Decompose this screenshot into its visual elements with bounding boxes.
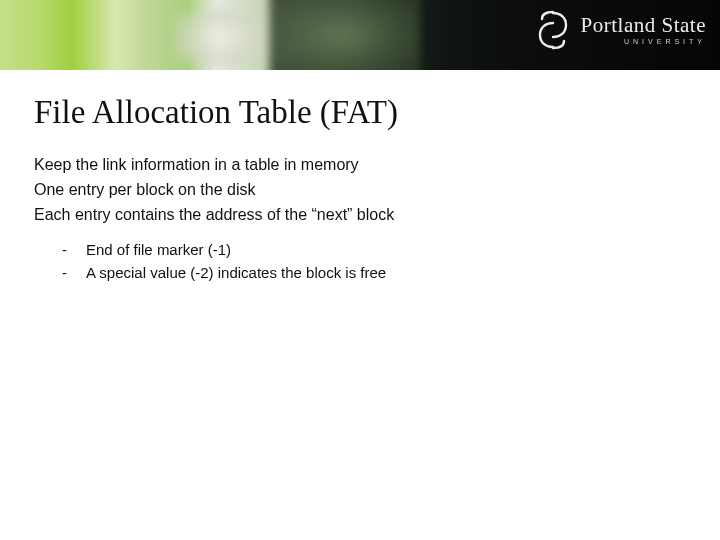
sublist-item-text: A special value (-2) indicates the block…: [86, 262, 386, 284]
interlocking-logo-icon: [533, 10, 573, 50]
body-line: One entry per block on the disk: [34, 178, 686, 201]
banner-blur-light: [175, 10, 265, 65]
bullet-dash-icon: -: [62, 239, 70, 261]
university-logo-text: Portland State UNIVERSITY: [581, 15, 706, 45]
banner-blur-tree: [270, 0, 420, 70]
university-logo: Portland State UNIVERSITY: [533, 10, 706, 50]
body-line: Keep the link information in a table in …: [34, 153, 686, 176]
logo-line-2: UNIVERSITY: [581, 38, 706, 45]
bullet-dash-icon: -: [62, 262, 70, 284]
slide-content: File Allocation Table (FAT) Keep the lin…: [0, 70, 720, 284]
slide: Portland State UNIVERSITY File Allocatio…: [0, 0, 720, 540]
sublist-item: - End of file marker (-1): [62, 239, 686, 261]
header-banner: Portland State UNIVERSITY: [0, 0, 720, 70]
slide-title: File Allocation Table (FAT): [34, 94, 686, 131]
body-text: Keep the link information in a table in …: [34, 153, 686, 284]
body-line: Each entry contains the address of the “…: [34, 203, 686, 226]
sublist-item-text: End of file marker (-1): [86, 239, 231, 261]
sublist: - End of file marker (-1) - A special va…: [34, 239, 686, 285]
logo-line-1: Portland State: [581, 15, 706, 36]
sublist-item: - A special value (-2) indicates the blo…: [62, 262, 686, 284]
